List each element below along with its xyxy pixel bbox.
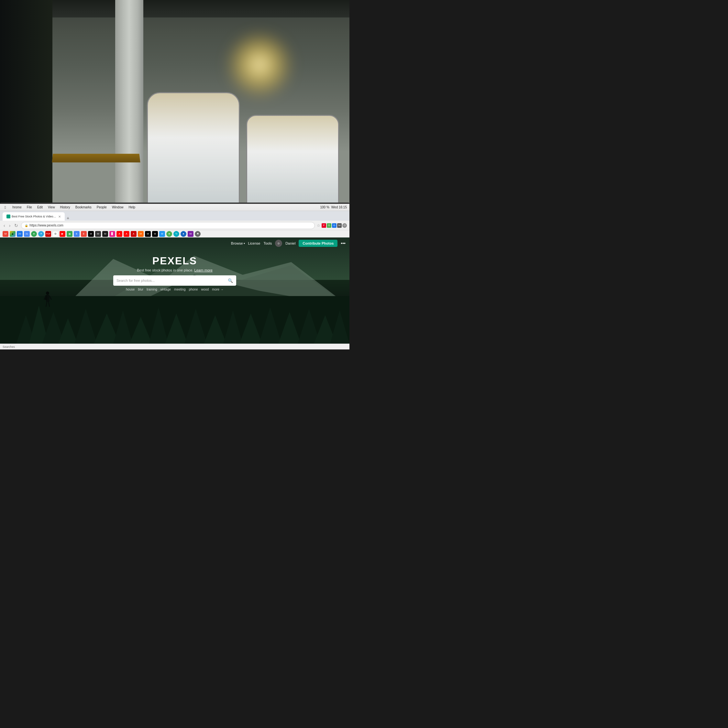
hero-content: PEXELS Best free stock photos in one pla… <box>0 250 349 291</box>
tb-acrobat[interactable]: A <box>131 231 136 237</box>
tag-training[interactable]: training <box>147 288 157 291</box>
tb-cal-blue2[interactable]: 31 <box>24 231 30 237</box>
search-tags: house blur training vintage meeting phon… <box>126 288 223 291</box>
tb-pdf[interactable]: PDF <box>45 231 51 237</box>
search-box[interactable]: Search for free photos... 🔍 <box>113 275 236 286</box>
tag-wood[interactable]: wood <box>201 288 209 291</box>
time-display: Wed 16:15 <box>331 205 347 209</box>
tb-ext9[interactable]: ✖ <box>195 231 200 237</box>
pexels-title: PEXELS <box>152 255 197 267</box>
tb-green-circle[interactable]: ● <box>31 231 37 237</box>
desk <box>52 154 140 162</box>
tab-bar: Best Free Stock Photos & Videos Shared b… <box>0 211 349 221</box>
avatar-initial: D <box>278 242 280 245</box>
svg-line-27 <box>49 296 52 300</box>
new-tab-button[interactable]: + <box>67 216 69 221</box>
tb-ext2[interactable]: E <box>81 231 87 237</box>
tb-medium4[interactable]: M <box>152 231 158 237</box>
ext-dark[interactable]: M <box>337 223 342 228</box>
menu-chrome[interactable]: hrome <box>10 205 23 210</box>
tb-telegram[interactable]: ✈ <box>38 231 44 237</box>
ext-green[interactable]: G <box>327 223 331 228</box>
tb-ext4[interactable]: M <box>102 231 108 237</box>
extension-icons: P G G M ⊡ <box>322 223 347 228</box>
tb-ext5[interactable]: M <box>138 231 144 237</box>
svg-line-29 <box>49 302 49 307</box>
tag-blur[interactable]: blur <box>138 288 143 291</box>
address-bar: ‹ › ↻ 🔒 https://www.pexels.com ☆ P G G M… <box>0 221 349 230</box>
system-tray: 100 % Wed 16:15 <box>320 205 347 209</box>
monitor-screen:  hrome File Edit View History Bookmarks… <box>0 203 349 349</box>
menu-help[interactable]: Help <box>127 205 137 210</box>
menu-file[interactable]: File <box>25 205 34 210</box>
macos-menu-bar:  hrome File Edit View History Bookmarks… <box>0 204 349 211</box>
toolbar-icons-group: M ▲ 20 31 ● ✈ PDF ⊙ ▶ ▦ E E M M M ▊ A A … <box>3 231 200 237</box>
reload-button[interactable]: ↻ <box>13 223 19 228</box>
tb-sheets[interactable]: ▦ <box>67 231 72 237</box>
browse-link[interactable]: Browse ▾ <box>231 242 245 245</box>
browser-status-bar: Searches <box>0 344 349 349</box>
tb-drive[interactable]: ▲ <box>10 231 15 237</box>
license-link[interactable]: License <box>248 242 260 245</box>
search-icon[interactable]: 🔍 <box>228 278 233 283</box>
tb-cal-blue[interactable]: 20 <box>17 231 23 237</box>
battery-indicator: 100 % <box>320 205 329 209</box>
tb-ext6[interactable]: W <box>159 231 165 237</box>
ceiling-beam <box>0 0 349 17</box>
support-column <box>115 0 143 217</box>
office-background <box>0 0 349 217</box>
svg-point-23 <box>46 292 49 295</box>
tab-favicon <box>6 214 10 219</box>
tb-chrome[interactable]: ⊙ <box>52 231 58 237</box>
menu-history[interactable]: History <box>58 205 72 210</box>
tb-adobe[interactable]: A <box>116 231 122 237</box>
tb-refresh[interactable]: ↻ <box>173 231 179 237</box>
tb-ext1[interactable]: E <box>74 231 80 237</box>
tag-house[interactable]: house <box>126 288 135 291</box>
more-options[interactable]: ••• <box>341 241 346 246</box>
extensions-toolbar: M ▲ 20 31 ● ✈ PDF ⊙ ▶ ▦ E E M M M ▊ A A … <box>0 230 349 237</box>
tb-ext8[interactable]: W <box>188 231 193 237</box>
tab-title: Best Free Stock Photos & Videos Shared b… <box>12 215 57 218</box>
tb-blue-circle[interactable]: ● <box>180 231 187 237</box>
url-input[interactable]: 🔒 https://www.pexels.com <box>21 222 315 229</box>
forward-button[interactable]: › <box>8 223 12 228</box>
apple-menu[interactable]:  <box>3 205 8 210</box>
back-button[interactable]: ‹ <box>3 223 6 228</box>
tb-bar-chart[interactable]: ▊ <box>109 231 115 237</box>
tag-meeting[interactable]: meeting <box>174 288 186 291</box>
tag-phone[interactable]: phone <box>189 288 198 291</box>
tb-adobe2[interactable]: A <box>124 231 129 237</box>
ext-pinterest[interactable]: P <box>322 223 326 228</box>
menu-view[interactable]: View <box>46 205 57 210</box>
ext-blue[interactable]: G <box>332 223 336 228</box>
search-placeholder: Search for free photos... <box>116 278 226 283</box>
tag-more[interactable]: more → <box>212 288 223 291</box>
username-label[interactable]: Daniel <box>285 242 295 245</box>
tb-medium3[interactable]: M <box>145 231 151 237</box>
tb-ext7[interactable]: ● <box>166 231 172 237</box>
browser-window:  hrome File Edit View History Bookmarks… <box>0 204 349 349</box>
menu-window[interactable]: Window <box>110 205 125 210</box>
tag-vintage[interactable]: vintage <box>161 288 171 291</box>
left-dark-area <box>0 0 52 217</box>
learn-more-link[interactable]: Learn more <box>194 268 213 272</box>
menu-people[interactable]: People <box>95 205 109 210</box>
bookmark-star[interactable]: ☆ <box>317 223 320 228</box>
tab-close-button[interactable]: ✕ <box>58 215 61 219</box>
user-avatar[interactable]: D <box>275 240 282 247</box>
tools-link[interactable]: Tools <box>263 242 272 245</box>
tb-medium[interactable]: M <box>88 231 94 237</box>
contribute-photos-button[interactable]: Contribute Photos <box>299 240 338 247</box>
ext-toggle[interactable]: ⊡ <box>342 223 347 228</box>
active-tab[interactable]: Best Free Stock Photos & Videos Shared b… <box>3 212 65 221</box>
address-bar-actions: ☆ P G G M ⊡ <box>317 223 347 228</box>
window-2 <box>246 115 339 206</box>
status-text: Searches <box>3 345 15 349</box>
menu-bookmarks[interactable]: Bookmarks <box>73 205 93 210</box>
menu-edit[interactable]: Edit <box>35 205 44 210</box>
tb-ext3[interactable]: M <box>95 231 101 237</box>
tb-youtube[interactable]: ▶ <box>60 231 65 237</box>
window-1 <box>147 92 240 206</box>
tb-gmail[interactable]: M <box>3 231 8 237</box>
